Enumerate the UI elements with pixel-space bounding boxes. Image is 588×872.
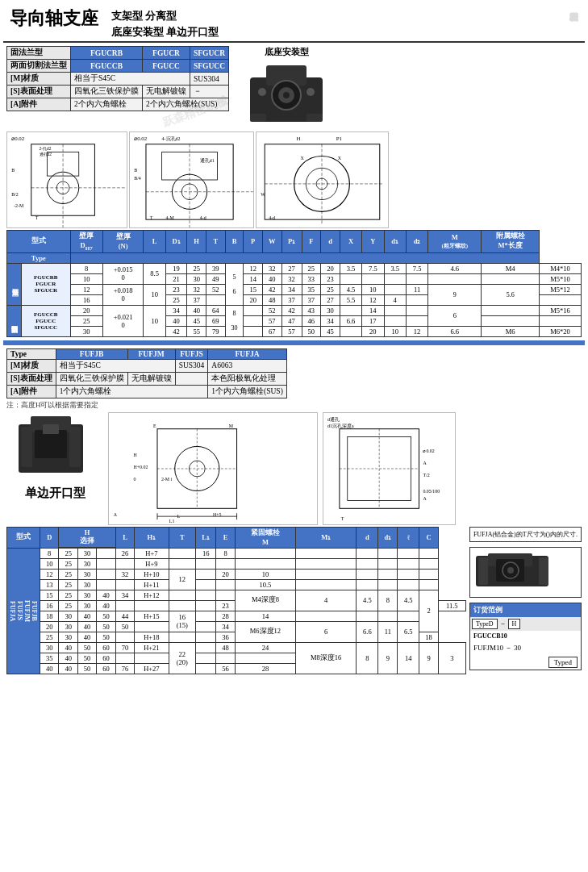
- section1-table: 型式 壁厚DH7 壁厚(N) L D₁ H T B P W P₁ F d X Y…: [6, 230, 582, 337]
- order-field-typeD: TypeD: [472, 619, 498, 629]
- info-val-3b: SUS304: [190, 73, 229, 86]
- s2-A-1: 1个内六角螺栓: [56, 385, 208, 398]
- product-thumbnail: [469, 547, 582, 598]
- d-12: 4.5: [340, 284, 361, 294]
- d1-30: 12: [406, 326, 427, 336]
- page-subtitle: 支架型 分离型 底座安装型 单边开口型: [111, 6, 219, 40]
- svg-point-4: [283, 92, 290, 98]
- table-row: 30 42 55 79 67 57 50 45 20 10 12 6.6 M6 …: [7, 326, 582, 336]
- order-example-box: 订货范例 TypeD － H FGUCCB10 FUFJM10 － 30 Typ…: [469, 603, 582, 670]
- T-30: 79: [206, 326, 225, 336]
- table-row: 20 30 40 50 50 34 M6深度12 6 6.6 11 6.5: [7, 621, 466, 632]
- table-row: 15 25 30 40 34 H+12 M4深度8 4 4.5 8 4.5: [7, 590, 466, 600]
- s2-label-S: [S]表面处理: [7, 372, 56, 385]
- s2-S-1: 四氧化三铁保护膜: [56, 372, 127, 385]
- table-row: 两面切割法兰型 FGUCCBFGUCCSFGUCC 20 +0.0210 10 …: [7, 305, 582, 315]
- section2-type-label: 单边开口型: [25, 486, 85, 501]
- svg-text:T: T: [341, 516, 344, 521]
- bolt-16: [540, 294, 582, 305]
- d1-25: [406, 315, 427, 326]
- F-8: 20: [321, 263, 340, 273]
- bolt-10: M5*10: [540, 273, 582, 284]
- svg-text:d通孔: d通孔: [327, 417, 340, 422]
- svg-text:W: W: [261, 192, 265, 197]
- th-d: d: [321, 231, 340, 253]
- table-row: 12 25 30 32 H+10 12 20 10: [7, 569, 466, 579]
- W-10: 40: [263, 273, 282, 284]
- X-25: 17: [362, 315, 384, 326]
- Y-10: [384, 273, 406, 284]
- drawing-1: ⌀0.02 B B/2 T -2-M 2-孔d2 通孔d2: [6, 131, 127, 228]
- bolt-20: M5*16: [540, 305, 582, 315]
- info-val-1b: FGUCR: [143, 47, 190, 60]
- M-10: [482, 273, 540, 284]
- s2-type-1: FUFJB: [56, 348, 127, 359]
- P1-25: 46: [302, 315, 321, 326]
- T-25: 69: [206, 315, 225, 326]
- L-3: 10: [144, 305, 165, 336]
- info-val-1c: SFGUCR: [190, 47, 229, 60]
- table-row: 固法兰型 FGUCRBFGUCRSFGUCR 8 +0.0150 8.5 19 …: [7, 263, 582, 273]
- P-25: [244, 315, 263, 326]
- X-12: 10: [362, 284, 384, 294]
- svg-text:A: A: [114, 512, 118, 517]
- bth-l: ℓ: [398, 527, 419, 548]
- svg-rect-87: [478, 557, 488, 585]
- th-X: X: [340, 231, 361, 253]
- svg-text:通孔d2: 通孔d2: [40, 152, 52, 156]
- svg-rect-5: [250, 114, 266, 122]
- svg-text:4-d: 4-d: [200, 215, 206, 220]
- T-20: 64: [206, 305, 225, 315]
- th-L: L: [144, 231, 165, 253]
- svg-text:T: T: [35, 215, 39, 220]
- thumbnail-svg: [472, 549, 561, 594]
- W1-10: 32: [281, 273, 302, 284]
- svg-text:A: A: [423, 461, 427, 465]
- bolt-25: [540, 315, 582, 326]
- X-20: 14: [362, 305, 384, 315]
- s2-M-3: A6063: [208, 359, 287, 372]
- product-image-bottom: [15, 412, 95, 481]
- table-row: 25 40 45 69 57 47 46 34 6.6 17: [7, 315, 582, 326]
- info-label-3: [M]材质: [7, 73, 71, 86]
- info-val-2c: SFGUCC: [190, 60, 229, 73]
- svg-text:0.05/100: 0.05/100: [423, 488, 440, 493]
- svg-text:B: B: [134, 168, 137, 173]
- W1-30: 57: [281, 326, 302, 336]
- W-16: 48: [263, 294, 282, 305]
- typed-area: Typed: [470, 655, 581, 670]
- X-10: [362, 273, 384, 284]
- svg-text:E: E: [153, 423, 156, 428]
- table-row: 13 25 30 H+11 10.5: [7, 579, 466, 590]
- svg-rect-88: [539, 557, 548, 585]
- info-val-5a: 2个内六角螺栓: [71, 98, 143, 111]
- s2-A-2: 1个内六角螺栓(SUS): [208, 385, 287, 398]
- d2-30: 6.6: [428, 326, 482, 336]
- d1-8: 7.5: [406, 263, 427, 273]
- group-label-1: 固法兰型: [7, 263, 22, 305]
- W1-25: 47: [281, 315, 302, 326]
- table-row: 18 30 40 50 44 H+15 16(15) 28 14: [7, 611, 466, 621]
- fufja-note: FUFJA(铝合金)的T尺寸为()内的尺寸.: [469, 527, 582, 542]
- svg-rect-50: [35, 430, 67, 458]
- W-8: 32: [263, 263, 282, 273]
- info-val-2b: FGUCC: [143, 60, 190, 73]
- s2-label-M: [M]材质: [7, 359, 56, 372]
- bth-L1: L₁: [195, 527, 215, 548]
- info-val-4c: －: [190, 86, 229, 98]
- th-type: 型式: [7, 231, 71, 253]
- th-W: W: [263, 231, 282, 253]
- M-20: [482, 305, 540, 315]
- bth-T: T: [169, 527, 195, 548]
- main-data-table-1: 型式 壁厚DH7 壁厚(N) L D₁ H T B P W P₁ F d X Y…: [6, 230, 582, 337]
- d2-8: 4.6: [428, 263, 482, 273]
- D1-16: 25: [165, 294, 187, 305]
- svg-text:B/4: B/4: [134, 176, 141, 181]
- P-16: 20: [244, 294, 263, 305]
- d1-16: [406, 294, 427, 305]
- P1-30: 50: [302, 326, 321, 336]
- svg-text:B/2: B/2: [11, 192, 19, 197]
- table-row: 10 21 30 49 14 40 32 33 23 M5*10: [7, 273, 582, 284]
- svg-text:d1沉孔深度a: d1沉孔深度a: [327, 422, 354, 428]
- D1-20: 34: [165, 305, 187, 315]
